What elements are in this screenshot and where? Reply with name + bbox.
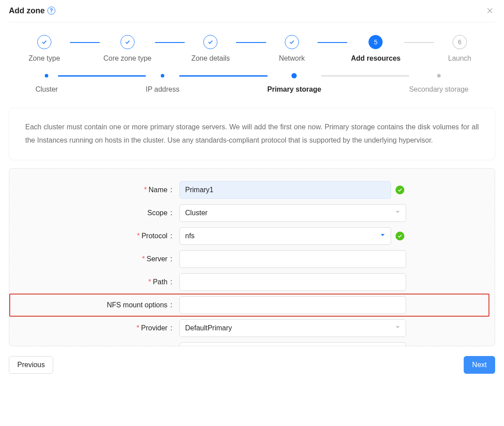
- previous-button[interactable]: Previous: [9, 356, 53, 374]
- check-icon: [37, 35, 51, 49]
- substep-label: Secondary storage: [409, 85, 469, 93]
- form-scroll-area[interactable]: *Name Scope Cluster: [9, 169, 495, 346]
- chevron-down-icon: [395, 325, 400, 331]
- substep-label: IP address: [146, 85, 179, 93]
- step-label: Core zone type: [103, 54, 151, 62]
- dot-icon: [45, 74, 48, 77]
- substep-connector: [58, 75, 146, 77]
- nfs-mount-options-input[interactable]: [179, 296, 406, 314]
- scope-select[interactable]: Cluster: [179, 204, 406, 222]
- row-server: *Server: [9, 248, 489, 271]
- row-provider: *Provider DefaultPrimary: [9, 317, 489, 340]
- substep-cluster[interactable]: Cluster: [35, 74, 58, 93]
- step-launch[interactable]: 6 Launch: [438, 35, 482, 62]
- row-scope: Scope Cluster: [9, 201, 489, 225]
- storage-tags-input[interactable]: [179, 342, 406, 346]
- step-connector: [236, 42, 266, 43]
- check-icon: [203, 35, 217, 49]
- substep-primary-storage[interactable]: Primary storage: [268, 74, 322, 93]
- modal-footer: Previous Next: [9, 356, 495, 374]
- label-server: *Server: [9, 255, 173, 263]
- label-nfs-mount-options: NFS mount options: [9, 301, 173, 309]
- step-connector: [318, 42, 347, 43]
- select-value: nfs: [185, 232, 194, 240]
- control-wrap: [179, 296, 406, 314]
- form-panel: *Name Scope Cluster: [9, 168, 495, 346]
- close-icon[interactable]: [485, 5, 495, 16]
- dot-icon: [291, 73, 297, 78]
- row-nfs-mount-options: NFS mount options: [9, 294, 489, 317]
- chevron-down-icon: [395, 209, 400, 216]
- control-wrap: nfs: [179, 227, 406, 245]
- substep-secondary-storage[interactable]: Secondary storage: [409, 74, 469, 93]
- step-label: Network: [279, 54, 305, 62]
- select-value: Cluster: [185, 209, 208, 217]
- row-name: *Name: [9, 178, 489, 201]
- wizard-steps-sub: Cluster IP address Primary storage Secon…: [9, 62, 495, 93]
- step-number: 6: [453, 35, 467, 49]
- dot-icon: [437, 74, 441, 77]
- control-wrap: Cluster: [179, 204, 406, 222]
- path-input[interactable]: [179, 273, 406, 291]
- dot-icon: [161, 74, 164, 77]
- row-protocol: *Protocol nfs: [9, 225, 489, 248]
- row-path: *Path: [9, 271, 489, 294]
- next-button[interactable]: Next: [464, 356, 495, 374]
- step-label: Zone type: [28, 54, 60, 62]
- step-add-resources[interactable]: 5 Add resources: [351, 35, 400, 62]
- label-name: *Name: [9, 186, 173, 194]
- substep-connector: [321, 75, 409, 77]
- label-provider: *Provider: [9, 324, 173, 332]
- step-connector: [155, 42, 185, 43]
- description-box: Each cluster must contain one or more pr…: [9, 108, 495, 160]
- valid-check-icon: [395, 232, 404, 240]
- control-wrap: [179, 342, 406, 346]
- add-zone-modal: Add zone ? Zone type Core zone type Zone: [0, 0, 504, 384]
- row-storage-tags: Storage tags: [9, 340, 489, 346]
- check-icon: [120, 35, 135, 49]
- label-path: *Path: [9, 278, 173, 286]
- select-value: DefaultPrimary: [185, 324, 232, 332]
- step-number: 5: [368, 35, 383, 49]
- step-core-zone-type[interactable]: Core zone type: [103, 35, 151, 62]
- control-wrap: [179, 273, 406, 291]
- control-wrap: [179, 250, 406, 268]
- control-wrap: [179, 181, 406, 199]
- modal-title: Add zone: [9, 6, 45, 15]
- step-network[interactable]: Network: [270, 35, 314, 62]
- step-label: Add resources: [351, 54, 400, 62]
- step-connector: [70, 42, 100, 43]
- modal-header: Add zone ?: [9, 5, 495, 23]
- substep-ip-address[interactable]: IP address: [146, 74, 179, 93]
- protocol-select[interactable]: nfs: [179, 227, 391, 245]
- wizard-steps-main: Zone type Core zone type Zone details Ne…: [9, 23, 495, 62]
- label-scope: Scope: [9, 209, 173, 217]
- modal-title-wrap: Add zone ?: [9, 6, 55, 15]
- step-label: Launch: [448, 54, 472, 62]
- valid-check-icon: [395, 186, 404, 194]
- chevron-down-icon: [380, 232, 385, 239]
- name-input[interactable]: [179, 181, 391, 199]
- check-icon: [285, 35, 299, 49]
- substep-connector: [179, 75, 267, 77]
- control-wrap: DefaultPrimary: [179, 319, 406, 337]
- substep-label: Primary storage: [268, 85, 322, 93]
- step-label: Zone details: [191, 54, 230, 62]
- step-zone-details[interactable]: Zone details: [188, 35, 233, 62]
- help-icon[interactable]: ?: [47, 7, 55, 15]
- provider-select[interactable]: DefaultPrimary: [179, 319, 406, 337]
- step-connector: [404, 42, 434, 43]
- substep-label: Cluster: [35, 85, 58, 93]
- label-protocol: *Protocol: [9, 232, 173, 240]
- step-zone-type[interactable]: Zone type: [22, 35, 66, 62]
- server-input[interactable]: [179, 250, 406, 268]
